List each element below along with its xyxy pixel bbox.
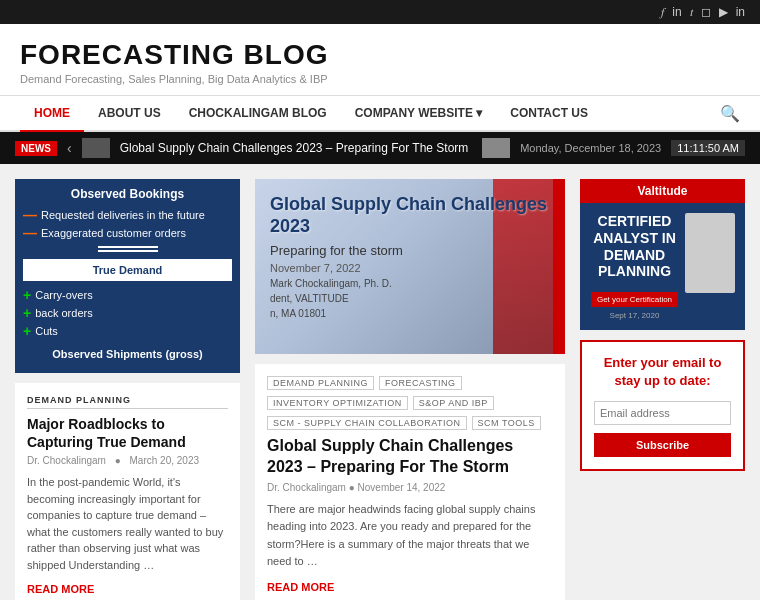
diagram-minus1: — Requested deliveries in the future	[23, 207, 232, 223]
valtitude-date: Sept 17, 2020	[590, 311, 679, 320]
featured-author3: n, MA 01801	[270, 308, 565, 319]
nav-contact[interactable]: CONTACT US	[496, 96, 602, 132]
right-column: Valtitude CERTIFIED ANALYST IN DEMAND PL…	[580, 179, 745, 600]
linkedin2-icon[interactable]: in	[736, 5, 745, 19]
featured-image: Global Supply Chain Challenges 2023 Prep…	[255, 179, 565, 354]
tag-scmtools[interactable]: SCM TOOLS	[472, 416, 541, 430]
main-nav: HOME ABOUT US CHOCKALINGAM BLOG COMPANY …	[0, 96, 760, 132]
linkedin-icon[interactable]: in	[672, 5, 681, 19]
email-signup-widget: Enter your email to stay up to date: Sub…	[580, 340, 745, 470]
left-column: Observed Bookings — Requested deliveries…	[15, 179, 240, 600]
center-article-bullet: ●	[349, 482, 358, 493]
featured-author: Mark Chockalingam, Ph. D.	[270, 278, 565, 289]
news-label: NEWS	[15, 141, 57, 156]
center-article-excerpt: There are major headwinds facing global …	[267, 501, 553, 571]
minus-icon-1: —	[23, 207, 37, 223]
ticker-date: Monday, December 18, 2023	[520, 142, 661, 154]
observed-shipments-label: Observed Shipments (gross)	[23, 343, 232, 365]
tag-sop[interactable]: S&OP AND IBP	[413, 396, 494, 410]
featured-title: Global Supply Chain Challenges 2023	[270, 194, 565, 237]
tag-forecasting[interactable]: FORECASTING	[379, 376, 462, 390]
top-social-bar: 𝑓 in 𝑡 ◻ ▶ in	[0, 0, 760, 24]
center-read-more[interactable]: READ MORE	[267, 581, 334, 593]
plus-icon-2: +	[23, 305, 31, 321]
news-ticker: NEWS ‹ Global Supply Chain Challenges 20…	[0, 132, 760, 164]
diagram-plus2: + back orders	[23, 305, 232, 321]
center-tags-row3: SCM - SUPPLY CHAIN COLLABORATION SCM TOO…	[267, 416, 553, 430]
facebook-icon[interactable]: 𝑓	[661, 5, 664, 19]
diagram-plus3: + Cuts	[23, 323, 232, 339]
featured-date: November 7, 2022	[270, 262, 565, 274]
center-article-meta: Dr. Chockalingam ● November 14, 2022	[267, 482, 553, 493]
ticker-thumb1	[82, 138, 110, 158]
minus-icon-2: —	[23, 225, 37, 241]
demand-diagram: Observed Bookings — Requested deliveries…	[15, 179, 240, 373]
subscribe-button[interactable]: Subscribe	[594, 433, 731, 457]
center-article-date: November 14, 2022	[358, 482, 446, 493]
left-article-card: DEMAND PLANNING Major Roadblocks to Capt…	[15, 383, 240, 600]
site-subtitle: Demand Forecasting, Sales Planning, Big …	[20, 73, 740, 85]
featured-author2: dent, VALTITUDE	[270, 293, 565, 304]
valtitude-widget: Valtitude CERTIFIED ANALYST IN DEMAND PL…	[580, 179, 745, 330]
left-article-excerpt: In the post-pandemic World, it's becomin…	[27, 474, 228, 573]
plus-icon-1: +	[23, 287, 31, 303]
email-signup-title: Enter your email to stay up to date:	[594, 354, 731, 390]
ticker-time: 11:11:50 AM	[671, 140, 745, 156]
left-article-date: March 20, 2023	[130, 455, 200, 466]
nav-items: HOME ABOUT US CHOCKALINGAM BLOG COMPANY …	[20, 96, 602, 130]
equals-sign	[23, 245, 232, 253]
left-article-bullet: ●	[115, 455, 121, 466]
featured-subtitle: Preparing for the storm	[270, 243, 565, 258]
ticker-thumb2	[482, 138, 510, 158]
nav-company[interactable]: COMPANY WEBSITE ▾	[341, 96, 497, 132]
diagram-plus1: + Carry-overs	[23, 287, 232, 303]
ticker-prev-icon[interactable]: ‹	[67, 140, 72, 156]
nav-blog[interactable]: CHOCKALINGAM BLOG	[175, 96, 341, 132]
true-demand-label: True Demand	[23, 259, 232, 281]
plus-icon-3: +	[23, 323, 31, 339]
nav-about[interactable]: ABOUT US	[84, 96, 175, 132]
left-read-more[interactable]: READ MORE	[27, 583, 94, 595]
featured-image-content: Global Supply Chain Challenges 2023 Prep…	[270, 194, 565, 319]
valtitude-image	[685, 213, 735, 293]
search-icon[interactable]: 🔍	[720, 104, 740, 123]
valtitude-header: Valtitude	[580, 179, 745, 203]
tag-scm[interactable]: SCM - SUPPLY CHAIN COLLABORATION	[267, 416, 467, 430]
instagram-icon[interactable]: ◻	[701, 5, 711, 19]
ticker-text: Global Supply Chain Challenges 2023 – Pr…	[120, 141, 473, 155]
center-article-card: DEMAND PLANNING FORECASTING INVENTORY OP…	[255, 364, 565, 600]
valtitude-ad-title: CERTIFIED ANALYST IN DEMAND PLANNING	[590, 213, 679, 280]
left-article-tag: DEMAND PLANNING	[27, 395, 228, 409]
nav-home[interactable]: HOME	[20, 96, 84, 132]
valtitude-ad: CERTIFIED ANALYST IN DEMAND PLANNING Get…	[580, 203, 745, 330]
site-title: FORECASTING BLOG	[20, 39, 740, 71]
email-input[interactable]	[594, 401, 731, 425]
diagram-title: Observed Bookings	[23, 187, 232, 201]
center-column: Global Supply Chain Challenges 2023 Prep…	[255, 179, 565, 600]
center-tags-row: DEMAND PLANNING FORECASTING	[267, 376, 553, 390]
left-article-author: Dr. Chockalingam	[27, 455, 106, 466]
center-article-title[interactable]: Global Supply Chain Challenges 2023 – Pr…	[267, 436, 553, 478]
tag-demand-planning[interactable]: DEMAND PLANNING	[267, 376, 374, 390]
valtitude-cta[interactable]: Get your Certification	[591, 292, 678, 307]
center-tags-row2: INVENTORY OPTIMIZATION S&OP AND IBP	[267, 396, 553, 410]
youtube-icon[interactable]: ▶	[719, 5, 728, 19]
diagram-minus2: — Exaggerated customer orders	[23, 225, 232, 241]
center-article-author: Dr. Chockalingam	[267, 482, 346, 493]
tag-inventory[interactable]: INVENTORY OPTIMIZATION	[267, 396, 408, 410]
site-header: FORECASTING BLOG Demand Forecasting, Sal…	[0, 24, 760, 96]
left-article-meta: Dr. Chockalingam ● March 20, 2023	[27, 455, 228, 466]
left-article-title[interactable]: Major Roadblocks to Capturing True Deman…	[27, 415, 228, 451]
dropdown-arrow-icon: ▾	[476, 106, 482, 120]
twitter-icon[interactable]: 𝑡	[690, 5, 693, 19]
main-content: Observed Bookings — Requested deliveries…	[0, 164, 760, 600]
